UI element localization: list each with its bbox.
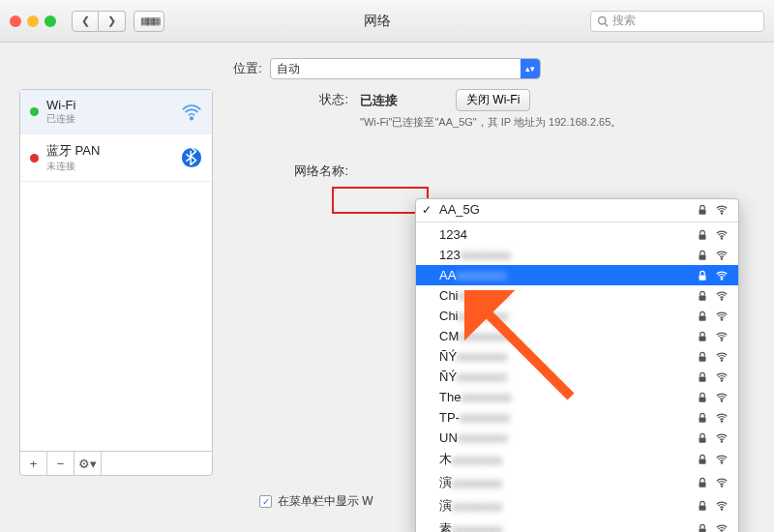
- show-in-menu-bar-checkbox[interactable]: ✓: [259, 495, 272, 508]
- svg-rect-8: [700, 254, 706, 259]
- svg-point-19: [721, 359, 722, 360]
- dropdown-item[interactable]: UNxxxxxxxx: [416, 428, 738, 448]
- turn-off-wifi-button[interactable]: 关闭 Wi-Fi: [456, 89, 530, 111]
- network-label-obscured: xxxxxxxx: [461, 248, 511, 262]
- svg-point-5: [721, 212, 722, 213]
- svg-rect-18: [700, 356, 706, 361]
- lock-icon: [696, 453, 709, 466]
- dropdown-item[interactable]: 演xxxxxxxx: [416, 494, 738, 517]
- service-status: 已连接: [46, 112, 173, 126]
- network-name-dropdown[interactable]: ✓ AA_5G 1234123xxxxxxxxAAxxxxxxxxChixxxx…: [415, 198, 739, 532]
- back-button[interactable]: ❮: [72, 11, 99, 32]
- location-select[interactable]: 自动 ▴▾: [270, 58, 541, 79]
- svg-rect-30: [700, 482, 706, 487]
- show-all-button[interactable]: ▦▦▦: [134, 11, 164, 32]
- dropdown-item[interactable]: AAxxxxxxxx: [416, 265, 738, 285]
- sidebar-item-wifi[interactable]: Wi-Fi 已连接: [20, 90, 212, 134]
- zoom-window-button[interactable]: [45, 15, 56, 27]
- svg-rect-28: [700, 458, 706, 463]
- forward-button[interactable]: ❯: [99, 11, 126, 32]
- network-label-obscured: xxxxxxxx: [457, 349, 507, 364]
- service-sidebar: Wi-Fi 已连接 蓝牙 PAN 未连接 + − ⚙︎▾: [19, 89, 213, 476]
- svg-rect-22: [700, 397, 706, 401]
- wifi-signal-icon: [715, 411, 729, 425]
- lock-icon: [696, 203, 709, 217]
- network-label: ÑÝ: [439, 349, 457, 364]
- close-window-button[interactable]: [10, 15, 21, 27]
- status-description: "Wi-Fi"已连接至"AA_5G"，其 IP 地址为 192.168.2.65…: [360, 115, 621, 130]
- dropdown-item[interactable]: 木xxxxxxxx: [416, 448, 738, 471]
- dropdown-item[interactable]: TP-xxxxxxxx: [416, 407, 738, 428]
- svg-point-2: [191, 117, 193, 119]
- search-placeholder: 搜索: [612, 13, 636, 29]
- svg-point-17: [721, 339, 722, 340]
- wifi-signal-icon: [715, 269, 729, 282]
- wifi-signal-icon: [715, 431, 729, 445]
- lock-icon: [696, 249, 709, 262]
- network-label-obscured: xxxxxxxx: [456, 268, 506, 282]
- bluetooth-icon: [181, 147, 202, 168]
- lock-icon: [696, 411, 709, 425]
- network-label-obscured: xxxxxxxx: [461, 390, 511, 404]
- dropdown-item[interactable]: Chixxxxxxxx: [416, 306, 738, 326]
- svg-point-13: [721, 298, 722, 299]
- search-input[interactable]: 搜索: [590, 11, 764, 32]
- network-label: The: [439, 390, 461, 404]
- network-label: AA: [439, 268, 456, 282]
- network-label: 演: [439, 497, 452, 515]
- search-icon: [597, 15, 609, 27]
- dropdown-item[interactable]: Thexxxxxxxx: [416, 387, 738, 407]
- svg-rect-14: [700, 315, 706, 320]
- dropdown-item[interactable]: 123xxxxxxxx: [416, 245, 738, 265]
- svg-point-11: [721, 278, 722, 279]
- status-value: 已连接: [360, 92, 398, 109]
- minimize-window-button[interactable]: [27, 15, 39, 27]
- network-label: 1234: [439, 227, 467, 242]
- lock-icon: [696, 228, 709, 242]
- window-controls: [10, 15, 56, 27]
- network-label-obscured: xxxxxxxx: [459, 329, 509, 343]
- service-actions-button[interactable]: ⚙︎▾: [74, 452, 102, 475]
- dropdown-item[interactable]: 素xxxxxxxx: [416, 517, 738, 532]
- svg-point-9: [721, 257, 722, 258]
- svg-rect-32: [700, 505, 706, 510]
- network-label: ÑÝ: [439, 369, 457, 384]
- network-label: CM: [439, 329, 459, 343]
- add-service-button[interactable]: +: [20, 452, 47, 475]
- dropdown-item[interactable]: ÑÝxxxxxxxx: [416, 346, 738, 367]
- svg-point-0: [599, 16, 607, 24]
- network-name-label: 网络名称:: [232, 161, 348, 180]
- svg-point-25: [721, 420, 722, 421]
- svg-point-21: [721, 379, 722, 380]
- network-label: 素: [439, 520, 452, 532]
- svg-rect-12: [700, 295, 706, 300]
- wifi-signal-icon: [715, 330, 729, 343]
- lock-icon: [696, 522, 709, 532]
- dropdown-item[interactable]: CMxxxxxxxx: [416, 326, 738, 346]
- dropdown-item[interactable]: Chixxxxxxxx: [416, 285, 738, 306]
- svg-point-27: [721, 440, 722, 441]
- svg-point-33: [721, 509, 722, 510]
- network-label-obscured: xxxxxxxx: [457, 369, 507, 384]
- wifi-signal-icon: [715, 310, 729, 323]
- svg-point-29: [721, 462, 722, 463]
- svg-rect-4: [700, 209, 706, 214]
- network-label-obscured: xxxxxxxx: [459, 309, 509, 323]
- svg-point-31: [721, 486, 722, 487]
- show-in-menu-bar-row: ✓ 在菜单栏中显示 W: [259, 493, 373, 510]
- sidebar-item-bluetooth-pan[interactable]: 蓝牙 PAN 未连接: [20, 134, 212, 182]
- dropdown-item[interactable]: 1234: [416, 224, 738, 245]
- svg-point-23: [721, 399, 722, 400]
- service-status: 未连接: [46, 160, 173, 173]
- network-label-obscured: xxxxxxxx: [452, 522, 502, 533]
- network-label: 木: [439, 451, 452, 468]
- dropdown-current-network[interactable]: ✓ AA_5G: [416, 199, 738, 222]
- network-label-obscured: xxxxxxxx: [458, 430, 508, 445]
- dropdown-item[interactable]: 演xxxxxxxx: [416, 471, 738, 494]
- remove-service-button[interactable]: −: [47, 452, 74, 475]
- svg-rect-34: [700, 528, 706, 532]
- dropdown-item[interactable]: ÑÝxxxxxxxx: [416, 367, 738, 387]
- wifi-signal-icon: [715, 522, 729, 532]
- network-label: UN: [439, 430, 458, 445]
- wifi-signal-icon: [715, 453, 729, 466]
